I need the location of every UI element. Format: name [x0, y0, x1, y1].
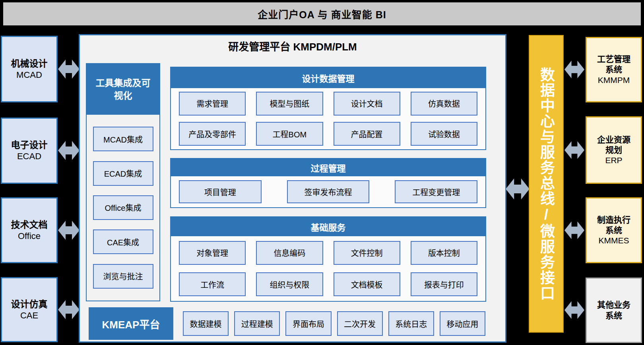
right-system-kmmpm-subtitle: KMMPM: [598, 75, 630, 85]
design-item-test-data: 试验数据: [411, 122, 477, 146]
design-item-simulation-data: 仿真数据: [411, 92, 477, 116]
design-item-models-drawings: 模型与图纸: [256, 92, 323, 116]
design-item-engineering-bom: 工程BOM: [256, 122, 323, 146]
tools-integration-header: 工具集成及可视化: [87, 64, 159, 115]
design-item-requirements: 需求管理: [179, 92, 246, 116]
left-system-cae-title: 设计仿真: [11, 299, 48, 310]
right-system-erp: 企业资源 规划 ERP: [586, 116, 642, 184]
kmeap-item-ui-layout: 界面布局: [285, 311, 331, 336]
section-design-data-body: 需求管理 模型与图纸 设计文档 仿真数据 产品及零部件 工程BOM 产品配置 试…: [171, 88, 485, 149]
double-arrow-icon: [58, 220, 80, 241]
service-item-reports-printing: 报表与打印: [411, 272, 477, 296]
left-system-office-title: 技术文档: [11, 219, 48, 231]
right-system-kmmpm-title-line1: 工艺管理: [597, 54, 630, 64]
right-system-kmmpm-title-line2: 系统: [605, 64, 622, 75]
section-basic-services-header: 基础服务: [171, 217, 485, 236]
double-arrow-icon: [564, 299, 585, 321]
service-item-workflow: 工作流: [179, 272, 246, 296]
service-item-file-control: 文件控制: [334, 241, 400, 265]
process-item-engineering-change: 工程变更管理: [395, 180, 477, 203]
design-item-product-config: 产品配置: [334, 122, 400, 146]
section-process-mgmt: 过程管理 项目管理 签审发布流程 工程变更管理: [170, 158, 486, 208]
left-system-office: 技术文档 Office: [1, 197, 58, 263]
design-item-design-docs: 设计文档: [334, 92, 400, 116]
service-item-org-permissions: 组织与权限: [256, 272, 323, 296]
right-system-erp-subtitle: ERP: [605, 155, 622, 166]
process-item-review-release: 签审发布流程: [287, 180, 370, 203]
service-item-info-coding: 信息编码: [256, 241, 323, 265]
right-system-kmmes-title-line2: 系统: [605, 225, 622, 235]
tool-item-office-integration: Office集成: [93, 195, 153, 220]
right-system-kmmes-title-line1: 制造执行: [597, 215, 630, 225]
right-system-kmmes-subtitle: KMMES: [598, 235, 629, 246]
left-system-mcad: 机械设计 MCAD: [1, 36, 58, 102]
kmeap-platform-bar: KMEAP平台 数据建模 过程建模 界面布局 二次开发 系统日志 移动应用: [89, 307, 486, 340]
kmeap-item-secondary-dev: 二次开发: [337, 311, 383, 336]
kmeap-items-row: 数据建模 过程建模 界面布局 二次开发 系统日志 移动应用: [173, 307, 486, 340]
service-bus-title: 数据中心与服务总线/微服务接口: [539, 67, 554, 301]
left-system-mcad-title: 机械设计: [11, 58, 48, 69]
tool-item-cae-integration: CAE集成: [93, 229, 153, 254]
right-system-erp-title-line1: 企业资源: [597, 135, 630, 145]
tool-item-ecad-integration: ECAD集成: [93, 161, 153, 186]
right-system-kmmes: 制造执行 系统 KMMES: [586, 197, 642, 263]
left-system-ecad: 电子设计 ECAD: [1, 118, 58, 184]
kmeap-platform-label: KMEAP平台: [89, 307, 173, 340]
double-arrow-icon: [58, 140, 80, 161]
double-arrow-icon: [58, 58, 80, 80]
top-banner-title: 企业门户OA 与 商业智能 BI: [258, 7, 386, 21]
left-system-ecad-subtitle: ECAD: [17, 151, 41, 162]
section-basic-services: 基础服务 对象管理 信息编码 文件控制 版本控制 工作流 组织与权限 文档模板 …: [170, 216, 486, 302]
tool-item-mcad-integration: MCAD集成: [93, 127, 153, 151]
tools-integration-panel: 工具集成及可视化 MCAD集成 ECAD集成 Office集成 CAE集成 浏览…: [86, 63, 160, 301]
right-system-erp-title-line2: 规划: [605, 145, 622, 155]
double-arrow-icon: [564, 59, 585, 80]
process-item-project-mgmt: 项目管理: [179, 180, 262, 203]
tool-item-view-annotate: 浏览与批注: [93, 264, 153, 289]
section-design-data-header: 设计数据管理: [171, 67, 485, 88]
double-arrow-icon: [564, 220, 585, 241]
top-banner: 企业门户OA 与 商业智能 BI: [3, 2, 641, 25]
left-system-mcad-subtitle: MCAD: [16, 69, 42, 81]
left-system-office-subtitle: Office: [18, 231, 41, 242]
service-item-doc-templates: 文档模板: [334, 272, 400, 296]
diagram-canvas: 企业门户OA 与 商业智能 BI 机械设计 MCAD 电子设计 ECAD 技术文…: [0, 0, 644, 345]
double-arrow-icon: [564, 139, 585, 161]
left-system-cae-subtitle: CAE: [20, 310, 38, 321]
service-item-version-control: 版本控制: [411, 241, 477, 265]
service-item-object-mgmt: 对象管理: [179, 241, 246, 265]
section-basic-services-body: 对象管理 信息编码 文件控制 版本控制 工作流 组织与权限 文档模板 报表与打印: [171, 236, 485, 301]
right-system-other-title-line1: 其他业务: [597, 300, 630, 310]
section-design-data: 设计数据管理 需求管理 模型与图纸 设计文档 仿真数据 产品及零部件 工程BOM…: [170, 67, 486, 150]
right-system-other-title-line2: 系统: [605, 310, 622, 321]
kmeap-item-mobile-apps: 移动应用: [440, 311, 485, 336]
kmeap-item-process-modeling: 过程建模: [234, 311, 280, 336]
left-system-ecad-title: 电子设计: [11, 139, 48, 151]
service-bus-bar: 数据中心与服务总线/微服务接口: [529, 35, 564, 333]
right-system-kmmpm: 工艺管理 系统 KMMPM: [586, 37, 642, 102]
right-system-other: 其他业务 系统: [586, 278, 642, 343]
double-arrow-icon: [58, 299, 80, 320]
design-item-products-parts: 产品及零部件: [179, 122, 246, 146]
kmeap-item-system-logs: 系统日志: [388, 311, 434, 336]
section-process-mgmt-header: 过程管理: [171, 159, 485, 176]
section-process-mgmt-body: 项目管理 签审发布流程 工程变更管理: [171, 176, 485, 207]
left-system-cae: 设计仿真 CAE: [1, 277, 58, 342]
kmeap-item-data-modeling: 数据建模: [183, 311, 229, 336]
plm-platform-panel: 研发管理平台 KMPDM/PLM 工具集成及可视化 MCAD集成 ECAD集成 …: [79, 34, 506, 343]
double-arrow-icon: [505, 177, 530, 201]
tools-integration-body: MCAD集成 ECAD集成 Office集成 CAE集成 浏览与批注: [87, 115, 159, 301]
plm-platform-title: 研发管理平台 KMPDM/PLM: [80, 39, 505, 53]
